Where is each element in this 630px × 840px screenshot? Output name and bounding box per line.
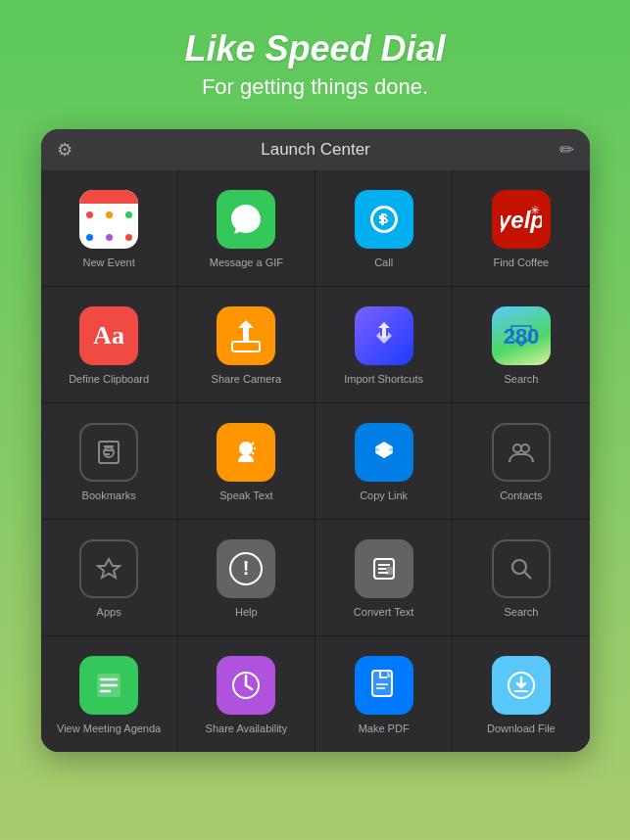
edit-icon[interactable]: ✏	[559, 139, 574, 161]
app-message-gif[interactable]: Message a GIF	[178, 170, 315, 286]
apps-label: Apps	[97, 606, 121, 619]
find-coffee-icon: yelp ✳	[492, 190, 551, 249]
call-label: Call	[374, 257, 393, 269]
svg-point-8	[239, 442, 253, 455]
app-search-maps[interactable]: 280 Search	[453, 287, 589, 402]
help-label: Help	[235, 606, 258, 619]
apps-icon	[79, 539, 138, 598]
hero-subtitle: For getting things done.	[184, 74, 445, 100]
share-camera-icon	[217, 306, 275, 365]
bookmarks-icon	[79, 423, 138, 482]
hero-title: Like Speed Dial	[184, 29, 445, 69]
app-import-shortcuts[interactable]: Import Shortcuts	[315, 287, 452, 402]
bookmarks-label: Bookmarks	[82, 490, 136, 502]
define-clipboard-icon: Aa	[79, 306, 138, 365]
view-meeting-agenda-icon	[79, 656, 138, 715]
settings-icon[interactable]: ⚙	[57, 139, 73, 161]
app-download-file[interactable]: Download File	[453, 636, 589, 752]
app-search[interactable]: Search	[453, 520, 589, 635]
search-icon	[492, 539, 551, 598]
app-view-meeting-agenda[interactable]: View Meeting Agenda	[41, 636, 177, 752]
svg-text:✳: ✳	[530, 204, 540, 217]
speak-text-icon	[217, 423, 275, 482]
message-gif-icon	[217, 190, 275, 249]
app-call[interactable]: S Call	[315, 170, 452, 286]
import-shortcuts-label: Import Shortcuts	[344, 373, 423, 386]
svg-point-16	[512, 560, 526, 574]
help-icon: !	[217, 539, 275, 598]
search-label: Search	[504, 606, 538, 619]
svg-point-9	[513, 444, 521, 452]
app-apps[interactable]: Apps	[41, 520, 177, 635]
title-bar-label: Launch Center	[261, 140, 370, 160]
app-make-pdf[interactable]: Make PDF	[315, 636, 452, 752]
svg-point-7	[104, 447, 114, 457]
svg-point-10	[521, 444, 529, 452]
svg-rect-6	[99, 442, 119, 463]
app-contacts[interactable]: Contacts	[453, 403, 589, 519]
copy-link-label: Copy Link	[360, 490, 408, 502]
import-shortcuts-icon	[355, 306, 413, 365]
svg-text:Aa: Aa	[93, 321, 124, 350]
message-gif-label: Message a GIF	[210, 257, 283, 269]
view-meeting-agenda-label: View Meeting Agenda	[57, 723, 161, 735]
copy-link-icon	[355, 423, 413, 482]
app-new-event[interactable]: New Event	[41, 170, 177, 286]
convert-text-label: Convert Text	[354, 606, 414, 619]
title-bar: ⚙ Launch Center ✏	[41, 129, 590, 170]
app-copy-link[interactable]: Copy Link	[315, 403, 452, 519]
app-bookmarks[interactable]: Bookmarks	[41, 403, 177, 519]
share-availability-icon	[217, 656, 275, 715]
make-pdf-label: Make PDF	[359, 723, 410, 735]
svg-line-17	[524, 573, 531, 580]
new-event-label: New Event	[83, 257, 135, 269]
speak-text-label: Speak Text	[219, 490, 272, 502]
make-pdf-icon	[355, 656, 413, 715]
svg-rect-4	[232, 342, 260, 351]
find-coffee-label: Find Coffee	[494, 257, 550, 269]
new-event-icon	[79, 190, 138, 249]
call-icon: S	[355, 190, 413, 249]
app-share-camera[interactable]: Share Camera	[178, 287, 315, 402]
search-maps-label: Search	[504, 373, 538, 386]
hero-section: Like Speed Dial For getting things done.	[165, 0, 464, 119]
app-help[interactable]: ! Help	[178, 520, 315, 635]
define-clipboard-label: Define Clipboard	[69, 373, 149, 386]
app-speak-text[interactable]: Speak Text	[178, 403, 315, 519]
svg-text:S: S	[379, 211, 388, 226]
svg-rect-15	[386, 567, 394, 575]
svg-marker-11	[98, 559, 120, 578]
contacts-icon	[492, 423, 551, 482]
search-maps-icon: 280	[492, 306, 551, 365]
device-frame: ⚙ Launch Center ✏ New Event Mes	[41, 129, 590, 752]
app-find-coffee[interactable]: yelp ✳ Find Coffee	[453, 170, 589, 286]
share-camera-label: Share Camera	[212, 373, 282, 386]
app-convert-text[interactable]: Convert Text	[315, 520, 452, 635]
share-availability-label: Share Availability	[206, 723, 288, 735]
app-share-availability[interactable]: Share Availability	[178, 636, 315, 752]
convert-text-icon	[355, 539, 413, 598]
download-file-label: Download File	[487, 723, 556, 735]
svg-text:!: !	[243, 557, 250, 579]
app-grid: New Event Message a GIF S Call ye	[41, 170, 590, 752]
contacts-label: Contacts	[500, 490, 542, 502]
app-define-clipboard[interactable]: Aa Define Clipboard	[41, 287, 177, 402]
download-file-icon	[492, 656, 551, 715]
